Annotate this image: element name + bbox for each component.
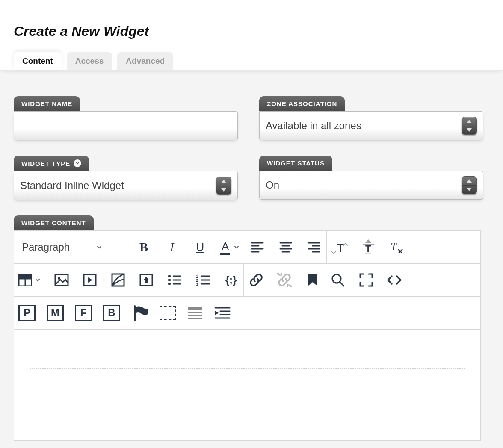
toolbar-row-2: 123 {;} — [14, 264, 480, 297]
widget-content-section: WIDGET CONTENT Paragraph B I U A — [14, 215, 490, 441]
svg-marker-36 — [143, 277, 149, 283]
toolbar-row-3: P M F B — [14, 297, 480, 329]
svg-line-54 — [340, 282, 344, 286]
increase-size-button[interactable]: T — [331, 238, 348, 256]
zone-association-label: ZONE ASSOCIATION — [259, 96, 345, 111]
align-center-button[interactable] — [278, 238, 294, 256]
upload-button[interactable] — [138, 271, 154, 289]
svg-marker-0 — [467, 120, 472, 123]
globe-button[interactable] — [110, 271, 126, 289]
format-value: Paragraph — [22, 241, 70, 253]
svg-text:3: 3 — [196, 282, 198, 286]
widget-name-input-box[interactable] — [14, 111, 238, 140]
text-color-button[interactable]: A — [220, 238, 240, 256]
tab-content[interactable]: Content — [14, 52, 62, 70]
image-button[interactable] — [53, 271, 70, 289]
table-button[interactable] — [18, 271, 41, 289]
svg-line-49 — [278, 273, 279, 275]
search-button[interactable] — [330, 271, 346, 289]
widget-type-value: Standard Inline Widget — [20, 180, 216, 192]
zone-association-select[interactable]: Available in all zones — [259, 111, 483, 140]
widget-status-field: WIDGET STATUS On — [259, 156, 483, 200]
svg-line-51 — [281, 274, 281, 275]
svg-marker-3 — [221, 188, 226, 192]
bookmark-button[interactable] — [305, 271, 321, 289]
clear-format-button[interactable]: T — [388, 238, 405, 256]
chevron-down-icon — [34, 276, 41, 284]
chevron-down-icon — [95, 243, 103, 251]
tab-advanced[interactable]: Advanced — [117, 52, 173, 70]
svg-line-52 — [287, 285, 288, 286]
bold-button[interactable]: B — [136, 238, 152, 256]
widget-name-field: WIDGET NAME — [14, 96, 238, 140]
widget-content-label: WIDGET CONTENT — [14, 215, 94, 230]
select-stepper-icon[interactable] — [462, 176, 477, 194]
selection-box-button[interactable] — [160, 304, 176, 322]
svg-marker-33 — [88, 277, 92, 283]
editor-placeholder — [30, 345, 465, 369]
source-code-button[interactable] — [386, 271, 402, 289]
indent-button[interactable] — [214, 304, 231, 322]
svg-marker-60 — [215, 311, 219, 315]
svg-point-38 — [168, 279, 171, 281]
align-left-button[interactable] — [249, 238, 266, 256]
code-button[interactable]: {;} — [223, 271, 239, 289]
line-height-button[interactable]: T — [360, 238, 376, 256]
widget-name-input[interactable] — [20, 120, 231, 132]
underline-button[interactable]: U — [192, 238, 208, 256]
svg-marker-4 — [467, 179, 472, 183]
help-icon[interactable]: ? — [74, 159, 81, 167]
widget-name-label: WIDGET NAME — [14, 96, 80, 111]
svg-text:T: T — [391, 241, 397, 253]
svg-marker-5 — [467, 188, 472, 191]
f-block-button[interactable]: F — [75, 304, 92, 322]
widget-type-field: WIDGET TYPE ? Standard Inline Widget — [14, 156, 238, 200]
italic-button[interactable]: I — [164, 238, 180, 256]
widget-type-select[interactable]: Standard Inline Widget — [14, 171, 238, 200]
svg-point-37 — [168, 275, 171, 277]
editor-content-area[interactable] — [14, 330, 481, 441]
widget-status-value: On — [266, 179, 462, 191]
editor-toolbar: Paragraph B I U A — [14, 230, 481, 330]
toolbar-row-1: Paragraph B I U A — [14, 231, 480, 264]
unlink-button[interactable] — [276, 271, 293, 289]
select-stepper-icon[interactable] — [216, 177, 231, 195]
numbered-list-button[interactable]: 123 — [195, 271, 211, 289]
fullscreen-button[interactable] — [358, 271, 374, 289]
svg-marker-19 — [365, 239, 371, 243]
page-title: Create a New Widget — [0, 0, 503, 39]
widget-type-label-text: WIDGET TYPE — [21, 160, 70, 167]
link-button[interactable] — [248, 271, 264, 289]
svg-text:T: T — [337, 242, 344, 254]
svg-marker-1 — [467, 128, 472, 132]
chevron-down-icon — [233, 243, 240, 251]
form-area: WIDGET NAME ZONE ASSOCIATION Available i… — [0, 71, 503, 448]
align-right-button[interactable] — [306, 238, 322, 256]
svg-point-39 — [168, 283, 171, 285]
video-button[interactable] — [82, 271, 98, 289]
widget-status-select[interactable]: On — [259, 171, 483, 200]
select-stepper-icon[interactable] — [462, 117, 477, 135]
zone-association-field: ZONE ASSOCIATION Available in all zones — [259, 96, 483, 140]
zone-association-value: Available in all zones — [266, 120, 462, 132]
format-select[interactable]: Paragraph — [14, 241, 111, 253]
p-block-button[interactable]: P — [18, 304, 36, 322]
svg-marker-2 — [221, 180, 226, 183]
b-block-button[interactable]: B — [103, 304, 120, 322]
tabs: Content Access Advanced — [0, 39, 503, 71]
svg-line-50 — [290, 285, 291, 287]
flag-button[interactable] — [131, 304, 148, 322]
svg-rect-29 — [19, 274, 32, 278]
header-lines-button[interactable] — [187, 304, 203, 322]
svg-text:T: T — [365, 243, 371, 254]
tab-access[interactable]: Access — [67, 52, 112, 70]
widget-type-label: WIDGET TYPE ? — [14, 156, 89, 171]
bullet-list-button[interactable] — [166, 271, 183, 289]
m-block-button[interactable]: M — [47, 304, 64, 322]
widget-status-label: WIDGET STATUS — [259, 156, 332, 171]
